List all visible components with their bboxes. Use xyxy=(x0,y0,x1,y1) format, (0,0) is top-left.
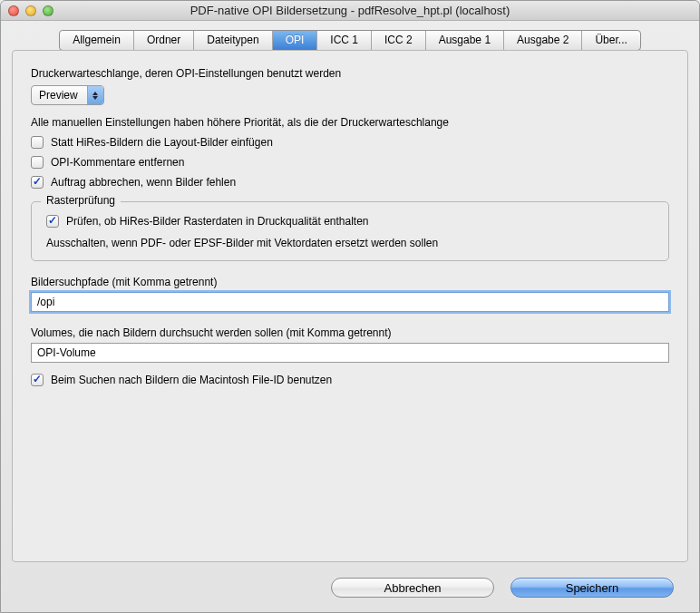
volumes-input[interactable] xyxy=(31,343,669,363)
checkbox-abort-label: Auftrag abbrechen, wenn Bilder fehlen xyxy=(51,176,236,189)
cancel-button-label: Abbrechen xyxy=(384,581,442,595)
queue-popup-value: Preview xyxy=(32,89,87,102)
popup-arrows-icon xyxy=(87,86,103,104)
minimize-icon[interactable] xyxy=(25,5,36,16)
checkbox-check-raster[interactable] xyxy=(46,215,59,228)
checkbox-layout-label: Statt HiRes-Bildern die Layout-Bilder ei… xyxy=(51,136,273,149)
checkbox-remove-opi[interactable] xyxy=(31,156,44,169)
checkbox-file-id-label: Beim Suchen nach Bildern die Macintosh F… xyxy=(51,374,332,386)
tab-allgemein[interactable]: Allgemein xyxy=(60,31,134,50)
tab-dateitypen[interactable]: Dateitypen xyxy=(194,31,272,50)
checkbox-file-id[interactable] xyxy=(31,374,44,386)
queue-label: Druckerwarteschlange, deren OPI-Einstell… xyxy=(31,67,669,80)
tab--ber-[interactable]: Über... xyxy=(582,31,639,50)
tab-icc-1[interactable]: ICC 1 xyxy=(317,31,372,50)
volumes-label: Volumes, die nach Bildern durchsucht wer… xyxy=(31,326,669,339)
tab-ausgabe-1[interactable]: Ausgabe 1 xyxy=(426,31,504,50)
priority-note: Alle manuellen Einstellungen haben höher… xyxy=(31,116,669,129)
tab-ausgabe-2[interactable]: Ausgabe 2 xyxy=(504,31,582,50)
window-title: PDF-native OPI Bildersetzung - pdfResolv… xyxy=(1,4,699,17)
save-button[interactable]: Speichern xyxy=(510,578,674,598)
titlebar: PDF-native OPI Bildersetzung - pdfResolv… xyxy=(1,1,699,21)
zoom-icon[interactable] xyxy=(43,5,53,16)
tabbar: AllgemeinOrdnerDateitypenOPIICC 1ICC 2Au… xyxy=(59,30,641,51)
raster-group: Rasterprüfung Prüfen, ob HiRes-Bilder Ra… xyxy=(31,201,669,261)
checkbox-check-raster-label: Prüfen, ob HiRes-Bilder Rasterdaten in D… xyxy=(66,215,369,228)
paths-label: Bildersuchpfade (mit Komma getrennt) xyxy=(31,276,669,288)
settings-panel: Druckerwarteschlange, deren OPI-Einstell… xyxy=(12,50,688,562)
close-icon[interactable] xyxy=(8,5,19,16)
save-button-label: Speichern xyxy=(566,581,619,595)
cancel-button[interactable]: Abbrechen xyxy=(331,578,494,598)
tab-opi[interactable]: OPI xyxy=(273,31,318,50)
raster-group-title: Rasterprüfung xyxy=(41,194,121,207)
checkbox-abort[interactable] xyxy=(31,176,44,189)
checkbox-layout[interactable] xyxy=(31,136,44,149)
raster-note: Ausschalten, wenn PDF- oder EPSF-Bilder … xyxy=(46,237,438,249)
paths-input[interactable] xyxy=(31,292,669,312)
window: PDF-native OPI Bildersetzung - pdfResolv… xyxy=(0,0,700,613)
checkbox-remove-opi-label: OPI-Kommentare entfernen xyxy=(51,156,184,169)
queue-popup[interactable]: Preview xyxy=(31,85,104,105)
tab-icc-2[interactable]: ICC 2 xyxy=(372,31,426,50)
tab-ordner[interactable]: Ordner xyxy=(134,31,194,50)
